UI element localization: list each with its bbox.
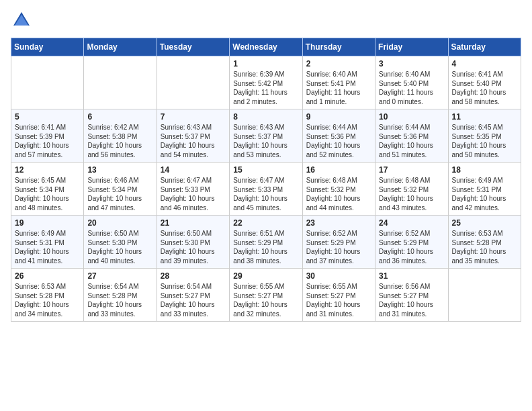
day-number: 5 bbox=[15, 112, 80, 122]
calendar-day-4: 4Sunrise: 6:41 AM Sunset: 5:40 PM Daylig… bbox=[448, 56, 521, 109]
day-info: Sunrise: 6:42 AM Sunset: 5:38 PM Dayligh… bbox=[87, 123, 152, 159]
logo-icon bbox=[12, 11, 31, 30]
calendar-empty-cell bbox=[448, 269, 521, 322]
page-header bbox=[11, 11, 521, 30]
calendar-day-7: 7Sunrise: 6:43 AM Sunset: 5:37 PM Daylig… bbox=[157, 109, 229, 163]
day-number: 22 bbox=[233, 218, 298, 228]
calendar-day-26: 26Sunrise: 6:53 AM Sunset: 5:28 PM Dayli… bbox=[11, 269, 84, 322]
day-info: Sunrise: 6:50 AM Sunset: 5:30 PM Dayligh… bbox=[161, 229, 226, 265]
day-number: 30 bbox=[306, 271, 371, 281]
day-info: Sunrise: 6:52 AM Sunset: 5:29 PM Dayligh… bbox=[306, 229, 371, 265]
day-number: 20 bbox=[87, 218, 152, 228]
weekday-header-sunday: Sunday bbox=[11, 38, 84, 56]
calendar-day-23: 23Sunrise: 6:52 AM Sunset: 5:29 PM Dayli… bbox=[302, 216, 375, 269]
calendar-day-21: 21Sunrise: 6:50 AM Sunset: 5:30 PM Dayli… bbox=[157, 216, 229, 269]
weekday-header-wednesday: Wednesday bbox=[230, 38, 302, 56]
day-number: 18 bbox=[452, 165, 517, 175]
logo bbox=[11, 11, 31, 30]
day-info: Sunrise: 6:43 AM Sunset: 5:37 PM Dayligh… bbox=[161, 123, 226, 159]
calendar-week-row: 5Sunrise: 6:41 AM Sunset: 5:39 PM Daylig… bbox=[11, 109, 521, 163]
day-number: 1 bbox=[233, 59, 298, 68]
day-info: Sunrise: 6:50 AM Sunset: 5:30 PM Dayligh… bbox=[87, 229, 152, 265]
calendar-day-22: 22Sunrise: 6:51 AM Sunset: 5:29 PM Dayli… bbox=[230, 216, 302, 269]
day-info: Sunrise: 6:54 AM Sunset: 5:27 PM Dayligh… bbox=[161, 282, 226, 318]
weekday-header-thursday: Thursday bbox=[302, 38, 375, 56]
day-info: Sunrise: 6:51 AM Sunset: 5:29 PM Dayligh… bbox=[233, 229, 298, 265]
calendar-day-27: 27Sunrise: 6:54 AM Sunset: 5:28 PM Dayli… bbox=[84, 269, 157, 322]
calendar-empty-cell bbox=[84, 56, 157, 109]
calendar-day-25: 25Sunrise: 6:53 AM Sunset: 5:28 PM Dayli… bbox=[448, 216, 521, 269]
calendar-empty-cell bbox=[11, 56, 84, 109]
day-number: 4 bbox=[452, 59, 517, 68]
calendar-day-24: 24Sunrise: 6:52 AM Sunset: 5:29 PM Dayli… bbox=[375, 216, 448, 269]
day-number: 26 bbox=[15, 271, 80, 281]
day-info: Sunrise: 6:53 AM Sunset: 5:28 PM Dayligh… bbox=[452, 229, 517, 265]
day-info: Sunrise: 6:41 AM Sunset: 5:40 PM Dayligh… bbox=[452, 70, 517, 106]
day-info: Sunrise: 6:53 AM Sunset: 5:28 PM Dayligh… bbox=[15, 282, 80, 318]
calendar-day-17: 17Sunrise: 6:48 AM Sunset: 5:32 PM Dayli… bbox=[375, 163, 448, 216]
day-info: Sunrise: 6:48 AM Sunset: 5:32 PM Dayligh… bbox=[306, 176, 371, 212]
day-number: 7 bbox=[161, 112, 226, 122]
calendar-day-11: 11Sunrise: 6:45 AM Sunset: 5:35 PM Dayli… bbox=[448, 109, 521, 163]
day-number: 25 bbox=[452, 218, 517, 228]
calendar-day-12: 12Sunrise: 6:45 AM Sunset: 5:34 PM Dayli… bbox=[11, 163, 84, 216]
day-number: 6 bbox=[87, 112, 152, 122]
day-number: 2 bbox=[306, 59, 371, 68]
day-info: Sunrise: 6:40 AM Sunset: 5:41 PM Dayligh… bbox=[306, 70, 371, 106]
day-number: 19 bbox=[15, 218, 80, 228]
day-info: Sunrise: 6:40 AM Sunset: 5:40 PM Dayligh… bbox=[379, 70, 444, 106]
day-info: Sunrise: 6:41 AM Sunset: 5:39 PM Dayligh… bbox=[15, 123, 80, 159]
calendar-day-18: 18Sunrise: 6:49 AM Sunset: 5:31 PM Dayli… bbox=[448, 163, 521, 216]
day-number: 27 bbox=[87, 271, 152, 281]
calendar-day-16: 16Sunrise: 6:48 AM Sunset: 5:32 PM Dayli… bbox=[302, 163, 375, 216]
day-number: 8 bbox=[233, 112, 298, 122]
weekday-header-row: SundayMondayTuesdayWednesdayThursdayFrid… bbox=[11, 38, 521, 56]
day-number: 23 bbox=[306, 218, 371, 228]
calendar-day-15: 15Sunrise: 6:47 AM Sunset: 5:33 PM Dayli… bbox=[230, 163, 302, 216]
day-info: Sunrise: 6:44 AM Sunset: 5:36 PM Dayligh… bbox=[306, 123, 371, 159]
calendar-day-30: 30Sunrise: 6:55 AM Sunset: 5:27 PM Dayli… bbox=[302, 269, 375, 322]
weekday-header-monday: Monday bbox=[84, 38, 157, 56]
day-info: Sunrise: 6:45 AM Sunset: 5:35 PM Dayligh… bbox=[452, 123, 517, 159]
calendar-day-5: 5Sunrise: 6:41 AM Sunset: 5:39 PM Daylig… bbox=[11, 109, 84, 163]
weekday-header-saturday: Saturday bbox=[448, 38, 521, 56]
day-number: 9 bbox=[306, 112, 371, 122]
day-info: Sunrise: 6:44 AM Sunset: 5:36 PM Dayligh… bbox=[379, 123, 444, 159]
calendar-week-row: 19Sunrise: 6:49 AM Sunset: 5:31 PM Dayli… bbox=[11, 216, 521, 269]
day-info: Sunrise: 6:48 AM Sunset: 5:32 PM Dayligh… bbox=[379, 176, 444, 212]
day-info: Sunrise: 6:52 AM Sunset: 5:29 PM Dayligh… bbox=[379, 229, 444, 265]
day-info: Sunrise: 6:56 AM Sunset: 5:27 PM Dayligh… bbox=[379, 282, 444, 318]
day-number: 17 bbox=[379, 165, 444, 175]
calendar-day-31: 31Sunrise: 6:56 AM Sunset: 5:27 PM Dayli… bbox=[375, 269, 448, 322]
calendar-day-13: 13Sunrise: 6:46 AM Sunset: 5:34 PM Dayli… bbox=[84, 163, 157, 216]
day-number: 28 bbox=[161, 271, 226, 281]
weekday-header-friday: Friday bbox=[375, 38, 448, 56]
day-number: 24 bbox=[379, 218, 444, 228]
day-number: 31 bbox=[379, 271, 444, 281]
calendar-day-1: 1Sunrise: 6:39 AM Sunset: 5:42 PM Daylig… bbox=[230, 56, 302, 109]
day-number: 16 bbox=[306, 165, 371, 175]
day-info: Sunrise: 6:55 AM Sunset: 5:27 PM Dayligh… bbox=[233, 282, 298, 318]
calendar-week-row: 1Sunrise: 6:39 AM Sunset: 5:42 PM Daylig… bbox=[11, 56, 521, 109]
calendar-day-19: 19Sunrise: 6:49 AM Sunset: 5:31 PM Dayli… bbox=[11, 216, 84, 269]
day-info: Sunrise: 6:49 AM Sunset: 5:31 PM Dayligh… bbox=[15, 229, 80, 265]
day-number: 11 bbox=[452, 112, 517, 122]
day-info: Sunrise: 6:47 AM Sunset: 5:33 PM Dayligh… bbox=[233, 176, 298, 212]
day-number: 14 bbox=[161, 165, 226, 175]
calendar-day-10: 10Sunrise: 6:44 AM Sunset: 5:36 PM Dayli… bbox=[375, 109, 448, 163]
day-number: 13 bbox=[87, 165, 152, 175]
day-info: Sunrise: 6:54 AM Sunset: 5:28 PM Dayligh… bbox=[87, 282, 152, 318]
calendar-day-6: 6Sunrise: 6:42 AM Sunset: 5:38 PM Daylig… bbox=[84, 109, 157, 163]
day-number: 15 bbox=[233, 165, 298, 175]
calendar-day-8: 8Sunrise: 6:43 AM Sunset: 5:37 PM Daylig… bbox=[230, 109, 302, 163]
day-info: Sunrise: 6:55 AM Sunset: 5:27 PM Dayligh… bbox=[306, 282, 371, 318]
calendar-day-3: 3Sunrise: 6:40 AM Sunset: 5:40 PM Daylig… bbox=[375, 56, 448, 109]
day-info: Sunrise: 6:49 AM Sunset: 5:31 PM Dayligh… bbox=[452, 176, 517, 212]
calendar-day-9: 9Sunrise: 6:44 AM Sunset: 5:36 PM Daylig… bbox=[302, 109, 375, 163]
day-info: Sunrise: 6:47 AM Sunset: 5:33 PM Dayligh… bbox=[161, 176, 226, 212]
day-number: 10 bbox=[379, 112, 444, 122]
calendar-day-14: 14Sunrise: 6:47 AM Sunset: 5:33 PM Dayli… bbox=[157, 163, 229, 216]
day-info: Sunrise: 6:46 AM Sunset: 5:34 PM Dayligh… bbox=[87, 176, 152, 212]
calendar-day-28: 28Sunrise: 6:54 AM Sunset: 5:27 PM Dayli… bbox=[157, 269, 229, 322]
day-info: Sunrise: 6:43 AM Sunset: 5:37 PM Dayligh… bbox=[233, 123, 298, 159]
